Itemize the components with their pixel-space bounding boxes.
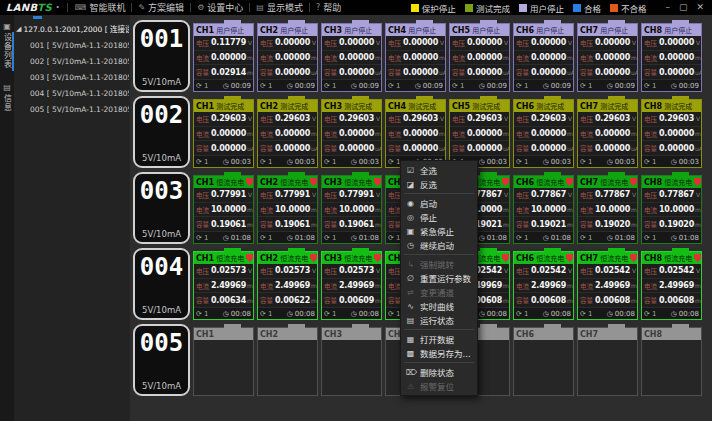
tree-root-node[interactable]: ◢ 127.0.0.1:2001,2000 [ 连接设备5 台 ] xyxy=(15,21,129,37)
channel-card-002-CH2[interactable]: CH2测试完成电压0.29603V电流0.00000mA容量0.00000uAh… xyxy=(257,99,318,168)
menubar-item-settings-center[interactable]: ⚙设置中心 xyxy=(197,1,243,14)
tree-item-device-2[interactable]: 002 [ 5V/10mA-1.1-20180501002 ] xyxy=(15,53,129,69)
tree-item-device-3[interactable]: 003 [ 5V/10mA-1.1-20180501003 ] xyxy=(15,69,129,85)
loop-counter: ⟳1 xyxy=(644,310,656,318)
device-panel-002[interactable]: 0025V/10mA xyxy=(133,96,190,168)
context-menu-item-open-data[interactable]: ▦打开数据 xyxy=(401,332,477,346)
channel-card-004-CH1[interactable]: CH1恒流充电电压0.02573V电流2.49969mA容量0.00634mAh… xyxy=(193,251,254,320)
sidebar-tab-info[interactable]: ▤信息 xyxy=(2,81,13,114)
channel-card-003-CH2[interactable]: CH2恒流充电电压0.77991V电流10.0000mA容量0.19061mAh… xyxy=(257,175,318,244)
voltage-unit: V xyxy=(247,267,252,274)
device-panel-005[interactable]: 0055V/10mA xyxy=(133,324,190,396)
context-menu-item-delete-status[interactable]: ⌦删除状态 xyxy=(401,365,477,379)
channel-card-001-CH3[interactable]: CH3用户停止电压0.00000V电流0.00000mA容量0.00000uAh… xyxy=(321,23,382,92)
channel-card-003-CH3[interactable]: CH3恒流充电电压0.77991V电流10.0000mA容量0.19061mAh… xyxy=(321,175,382,244)
channel-name: CH1 xyxy=(196,102,214,111)
menubar-item-plan-edit[interactable]: ✎方案编辑 xyxy=(138,1,184,14)
channel-card-001-CH8[interactable]: CH8用户停止电压0.00000V电流0.00000mA容量0.00000uAh… xyxy=(641,23,702,92)
capacity-value: 0.00000 xyxy=(403,144,438,153)
channel-card-002-CH5[interactable]: CH5测试完成电压0.29603V电流0.00000mA容量0.00000uAh… xyxy=(449,99,510,168)
device-panel-003[interactable]: 0035V/10mA xyxy=(133,172,190,244)
context-menu-item-resume-start[interactable]: ◷继续启动 xyxy=(401,238,477,252)
channel-card-003-CH6[interactable]: CH6恒流充电电压0.77867V电流10.0000mA容量0.19021mAh… xyxy=(513,175,574,244)
channel-card-001-CH5[interactable]: CH5用户停止电压0.00000V电流0.00000mA容量0.00000uAh… xyxy=(449,23,510,92)
channel-card-002-CH4[interactable]: CH4测试完成电压0.29603V电流0.00000mA容量0.00000uAh… xyxy=(385,99,446,168)
loop-count: 1 xyxy=(524,310,528,318)
current-row: 电流0.00000mA xyxy=(194,127,253,142)
context-menu-item-invert-selection[interactable]: ◪反选 xyxy=(401,177,477,191)
context-menu-item-save-data-as[interactable]: ▩数据另存为... xyxy=(401,346,477,360)
capacity-unit: mAh xyxy=(374,221,381,228)
channel-card-005-CH3[interactable]: CH3 xyxy=(321,327,382,396)
channel-card-004-CH8[interactable]: CH8恒流充电电压0.02542V电流2.49969mA容量0.00608mAh… xyxy=(641,251,702,320)
loop-counter: ⟳1 xyxy=(388,310,400,318)
voltage-unit: V xyxy=(503,191,508,198)
channel-card-003-CH1[interactable]: CH1恒流充电电压0.77991V电流10.0000mA容量0.19061mAh… xyxy=(193,175,254,244)
capacity-value: 0.00000 xyxy=(595,144,630,153)
channel-card-002-CH8[interactable]: CH8测试完成电压0.29603V电流0.00000mA容量0.00000uAh… xyxy=(641,99,702,168)
channel-footer: ⟳1◷01:08 xyxy=(258,232,317,243)
device-panel-001[interactable]: 0015V/10mA xyxy=(133,20,190,92)
context-menu-item-run-status[interactable]: ▤运行状态 xyxy=(401,313,477,327)
current-value: 0.00000 xyxy=(275,129,310,138)
channel-card-003-CH8[interactable]: CH8恒流充电电压0.77867V电流10.0000mA容量0.19020mAh… xyxy=(641,175,702,244)
tree-expand-icon[interactable]: ◢ xyxy=(16,25,21,33)
current-label: 电流 xyxy=(516,53,529,63)
sidebar-tab-device-list[interactable]: ▣设备列表 xyxy=(2,20,13,71)
menubar-item-smart-connect[interactable]: ⌨智能联机 xyxy=(75,1,126,14)
context-menu-item-realtime-curve[interactable]: ∿实时曲线 xyxy=(401,299,477,313)
context-menu-item-emergency-stop[interactable]: ▣紧急停止 xyxy=(401,224,477,238)
menubar-item-display-mode[interactable]: ▤显示模式 xyxy=(256,1,303,14)
channel-card-004-CH6[interactable]: CH6恒流充电电压0.02542V电流2.49969mA容量0.00608mAh… xyxy=(513,251,574,320)
channel-card-001-CH2[interactable]: CH2用户停止电压0.00000V电流0.00000mA容量0.00000uAh… xyxy=(257,23,318,92)
channel-card-002-CH6[interactable]: CH6测试完成电压0.29603V电流0.00000mA容量0.00000uAh… xyxy=(513,99,574,168)
tree-item-device-1[interactable]: 001 [ 5V/10mA-1.1-20180501001 ] xyxy=(15,37,129,53)
voltage-value: 0.29603 xyxy=(275,114,310,123)
channel-footer: ⟳1◷00:03 xyxy=(322,156,381,167)
context-menu-item-select-all[interactable]: ☑全选 xyxy=(401,163,477,177)
maximize-button[interactable]: ▢ xyxy=(679,3,688,12)
context-menu-item-stop[interactable]: ◎停止 xyxy=(401,210,477,224)
protect-shield-icon xyxy=(566,254,573,262)
current-unit: mA xyxy=(566,130,573,137)
channel-footer: ⟳1◷00:09 xyxy=(642,80,701,91)
channel-card-002-CH7[interactable]: CH7测试完成电压0.29603V电流0.00000mA容量0.00000uAh… xyxy=(577,99,638,168)
tree-item-device-4[interactable]: 004 [ 5V/10mA-1.1-20180501004 ] xyxy=(15,85,129,101)
legend-label: 不合格 xyxy=(621,2,647,14)
menubar-item-help[interactable]: ?帮助 xyxy=(316,1,341,14)
channel-card-002-CH3[interactable]: CH3测试完成电压0.29603V电流0.00000mA容量0.00000uAh… xyxy=(321,99,382,168)
channel-card-005-CH6[interactable]: CH6 xyxy=(513,327,574,396)
channel-card-003-CH7[interactable]: CH7恒流充电电压0.77867V电流10.0000mA容量0.19020mAh… xyxy=(577,175,638,244)
clock-icon: ◷ xyxy=(479,310,485,318)
channel-card-001-CH1[interactable]: CH1用户停止电压0.11779V电流0.00000mA容量0.02914mAh… xyxy=(193,23,254,92)
context-menu-item-start[interactable]: ◉启动 xyxy=(401,196,477,210)
channel-card-002-CH1[interactable]: CH1测试完成电压0.29603V电流0.00000mA容量0.00000uAh… xyxy=(193,99,254,168)
minimize-button[interactable]: – xyxy=(665,3,670,12)
context-menu-item-reset-run-params[interactable]: ∅重置运行参数 xyxy=(401,271,477,285)
channel-card-001-CH4[interactable]: CH4用户停止电压0.00000V电流0.00000mA容量0.00000uAh… xyxy=(385,23,446,92)
current-value: 2.49969 xyxy=(339,281,374,290)
voltage-label: 电压 xyxy=(452,38,465,48)
channel-card-005-CH7[interactable]: CH7 xyxy=(577,327,638,396)
elapsed-time: ◷00:09 xyxy=(543,82,571,90)
channel-card-004-CH3[interactable]: CH3恒流充电电压0.02573V电流2.49969mA容量0.00609mAh… xyxy=(321,251,382,320)
channel-card-004-CH7[interactable]: CH7恒流充电电压0.02542V电流2.49969mA容量0.00608mAh… xyxy=(577,251,638,320)
channel-card-001-CH7[interactable]: CH7用户停止电压0.00000V电流0.00000mA容量0.00000uAh… xyxy=(577,23,638,92)
channel-status: 恒流充电 xyxy=(216,253,244,263)
voltage-row: 电压0.77867V xyxy=(514,188,573,203)
channel-card-005-CH8[interactable]: CH8 xyxy=(641,327,702,396)
capacity-row: 容量0.00000uAh xyxy=(642,65,701,80)
channel-card-004-CH2[interactable]: CH2恒流充电电压0.02573V电流2.49969mA容量0.00622mAh… xyxy=(257,251,318,320)
loop-count: 1 xyxy=(652,82,656,90)
device-panel-004[interactable]: 0045V/10mA xyxy=(133,248,190,320)
voltage-unit: V xyxy=(503,39,508,46)
current-row: 电流0.00000mA xyxy=(258,51,317,66)
channel-card-001-CH6[interactable]: CH6用户停止电压0.00000V电流0.00000mA容量0.00000uAh… xyxy=(513,23,574,92)
channel-card-005-CH2[interactable]: CH2 xyxy=(257,327,318,396)
splitter-handle[interactable] xyxy=(33,16,42,19)
current-label: 电流 xyxy=(260,53,273,63)
close-button[interactable]: ✕ xyxy=(696,3,704,12)
tree-item-device-5[interactable]: 005 [ 5V/10mA-1.1-20180501005 ] xyxy=(15,101,129,117)
loop-count: 1 xyxy=(332,234,336,242)
channel-card-005-CH1[interactable]: CH1 xyxy=(193,327,254,396)
